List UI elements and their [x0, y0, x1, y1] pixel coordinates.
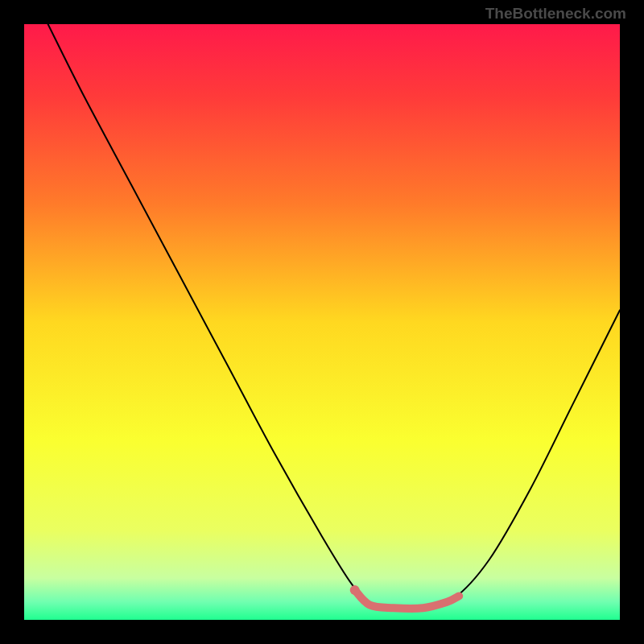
chart-svg	[24, 24, 620, 620]
gradient-background	[24, 24, 620, 620]
plot-area	[24, 24, 620, 620]
chart-container: TheBottleneck.com	[0, 0, 644, 644]
watermark-text: TheBottleneck.com	[485, 5, 626, 23]
series-highlight-dot	[350, 585, 360, 595]
